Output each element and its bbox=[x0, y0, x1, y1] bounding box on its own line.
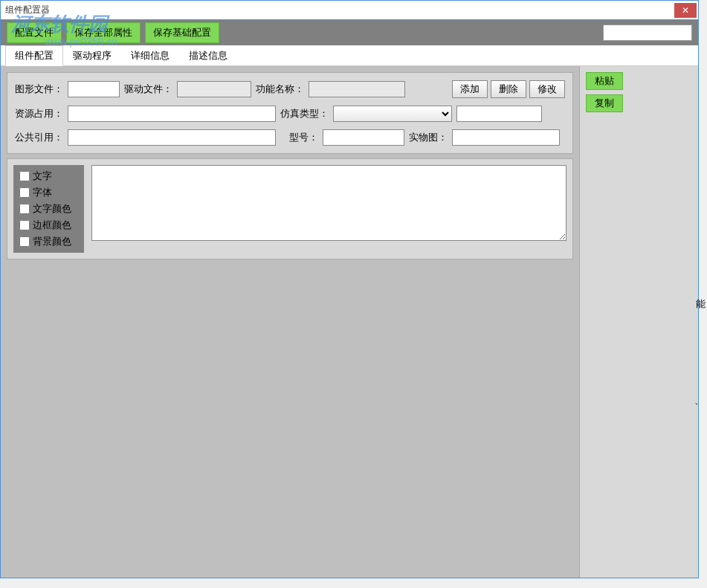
checkbox-bg-color-label: 背景颜色 bbox=[33, 235, 71, 248]
tab-component-config[interactable]: 组件配置 bbox=[5, 45, 63, 66]
window-title: 组件配置器 bbox=[5, 4, 50, 16]
select-sim-type[interactable] bbox=[333, 106, 452, 122]
main-window: 组件配置器 ✕ 配置文件 保存全部属性 保存基础配置 组件配置 驱动程序 详细信… bbox=[0, 0, 699, 578]
form-section: 图形文件： 驱动文件： 功能名称： 添加 删除 修改 资源占用： 仿真类型： bbox=[7, 72, 573, 154]
edge-char-1: 能 bbox=[696, 297, 706, 311]
content-area: 图形文件： 驱动文件： 功能名称： 添加 删除 修改 资源占用： 仿真类型： bbox=[1, 66, 698, 578]
checkbox-text[interactable]: 文字 bbox=[19, 168, 78, 184]
form-row-2: 资源占用： 仿真类型： bbox=[15, 106, 565, 122]
save-base-config-button[interactable]: 保存基础配置 bbox=[145, 22, 219, 43]
checkbox-font-label: 字体 bbox=[33, 186, 52, 199]
input-model[interactable] bbox=[323, 129, 404, 146]
checkbox-bg-color-input[interactable] bbox=[19, 236, 30, 247]
side-panel: 粘贴 复制 bbox=[579, 66, 698, 578]
checkbox-bg-color[interactable]: 背景颜色 bbox=[19, 233, 78, 250]
label-model: 型号： bbox=[289, 131, 318, 144]
close-icon: ✕ bbox=[682, 5, 689, 16]
toolbar-search-input[interactable] bbox=[603, 25, 692, 41]
input-function-name[interactable] bbox=[309, 81, 405, 97]
checkbox-text-color-label: 文字颜色 bbox=[33, 202, 71, 216]
input-public-ref[interactable] bbox=[68, 129, 276, 146]
checkbox-text-color[interactable]: 文字颜色 bbox=[19, 201, 78, 217]
tab-detail-info[interactable]: 详细信息 bbox=[121, 45, 179, 65]
form-row-3: 公共引用： 型号： 实物图： bbox=[15, 129, 565, 146]
label-public-ref: 公共引用： bbox=[15, 131, 63, 144]
checkbox-text-label: 文字 bbox=[33, 169, 52, 183]
delete-button[interactable]: 删除 bbox=[491, 80, 526, 98]
titlebar: 组件配置器 ✕ bbox=[1, 1, 698, 20]
tab-bar: 组件配置 驱动程序 详细信息 描述信息 bbox=[1, 45, 698, 66]
checkbox-column: 文字 字体 文字颜色 边框颜色 bbox=[13, 165, 84, 253]
label-driver-file: 驱动文件： bbox=[124, 83, 172, 96]
tab-description-info[interactable]: 描述信息 bbox=[179, 45, 237, 65]
modify-button[interactable]: 修改 bbox=[529, 80, 565, 98]
edge-char-2: 、 bbox=[694, 394, 704, 407]
checkbox-text-input[interactable] bbox=[19, 171, 30, 181]
checkbox-font-input[interactable] bbox=[19, 187, 30, 198]
checkbox-border-color-label: 边框颜色 bbox=[33, 219, 71, 232]
paste-button[interactable]: 粘贴 bbox=[586, 72, 623, 90]
label-graphic-file: 图形文件： bbox=[15, 83, 63, 96]
form-row-1: 图形文件： 驱动文件： 功能名称： 添加 删除 修改 bbox=[15, 80, 565, 98]
tab-driver-program[interactable]: 驱动程序 bbox=[63, 45, 121, 65]
label-function-name: 功能名称： bbox=[256, 83, 304, 96]
save-all-props-button[interactable]: 保存全部属性 bbox=[66, 22, 141, 43]
checkbox-font[interactable]: 字体 bbox=[19, 184, 78, 201]
close-button[interactable]: ✕ bbox=[674, 3, 697, 18]
input-physical-img[interactable] bbox=[452, 129, 560, 146]
input-resource-usage[interactable] bbox=[68, 106, 276, 122]
copy-button[interactable]: 复制 bbox=[586, 94, 623, 112]
checkbox-text-color-input[interactable] bbox=[19, 204, 30, 214]
checkbox-section: 文字 字体 文字颜色 边框颜色 bbox=[7, 158, 573, 259]
add-button[interactable]: 添加 bbox=[452, 80, 488, 98]
toolbar: 配置文件 保存全部属性 保存基础配置 bbox=[1, 20, 698, 45]
config-file-button[interactable]: 配置文件 bbox=[7, 22, 62, 43]
checkbox-border-color[interactable]: 边框颜色 bbox=[19, 217, 78, 233]
label-resource-usage: 资源占用： bbox=[15, 107, 63, 120]
input-sim-extra[interactable] bbox=[456, 106, 542, 122]
label-physical-img: 实物图： bbox=[409, 131, 448, 144]
input-driver-file[interactable] bbox=[177, 81, 251, 97]
main-panel: 图形文件： 驱动文件： 功能名称： 添加 删除 修改 资源占用： 仿真类型： bbox=[1, 66, 579, 578]
input-graphic-file[interactable] bbox=[68, 81, 120, 97]
label-sim-type: 仿真类型： bbox=[280, 107, 329, 120]
description-textarea[interactable] bbox=[91, 165, 566, 241]
checkbox-border-color-input[interactable] bbox=[19, 220, 30, 230]
lower-empty-area bbox=[7, 261, 573, 572]
